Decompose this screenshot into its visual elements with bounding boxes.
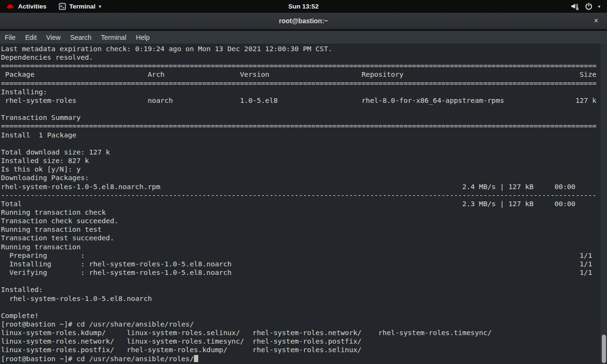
terminal-viewport[interactable]: Last metadata expiration check: 0:19:24 … <box>0 44 607 364</box>
terminal-prompt-text: [root@bastion ~]# cd /usr/share/ansible/… <box>1 355 194 363</box>
system-status-button[interactable]: ▾ <box>568 0 603 13</box>
app-menu-button[interactable]: Terminal ▾ <box>56 0 104 13</box>
menu-view[interactable]: View <box>41 32 65 43</box>
clock-button[interactable]: Sun 13:52 <box>285 0 322 13</box>
terminal-prompt-line: [root@bastion ~]# cd /usr/share/ansible/… <box>0 355 607 363</box>
window-title-bar: root@bastion:~ × <box>0 13 607 30</box>
window-title: root@bastion:~ <box>279 17 328 25</box>
scrollbar-thumb[interactable] <box>602 335 606 363</box>
activities-button[interactable]: Activities <box>3 0 49 13</box>
volume-muted-icon <box>570 2 579 10</box>
menu-file[interactable]: File <box>0 32 20 43</box>
chevron-down-icon: ▾ <box>598 4 600 9</box>
terminal-output: Last metadata expiration check: 0:19:24 … <box>0 44 607 355</box>
menu-search[interactable]: Search <box>65 32 96 43</box>
terminal-app-icon <box>59 3 66 10</box>
menu-terminal[interactable]: Terminal <box>96 32 131 43</box>
power-icon <box>585 2 593 10</box>
close-icon[interactable]: × <box>590 15 602 27</box>
redhat-logo-icon <box>6 3 15 10</box>
app-menu-label: Terminal <box>69 3 95 10</box>
menu-help[interactable]: Help <box>131 32 154 43</box>
menu-edit[interactable]: Edit <box>20 32 41 43</box>
text-cursor <box>194 355 198 363</box>
scrollbar-track[interactable] <box>600 44 607 364</box>
menu-bar: File Edit View Search Terminal Help <box>0 31 607 44</box>
chevron-down-icon: ▾ <box>99 4 101 9</box>
activities-label: Activities <box>18 3 46 10</box>
top-bar: Activities Terminal ▾ Sun 13:52 <box>0 0 607 13</box>
